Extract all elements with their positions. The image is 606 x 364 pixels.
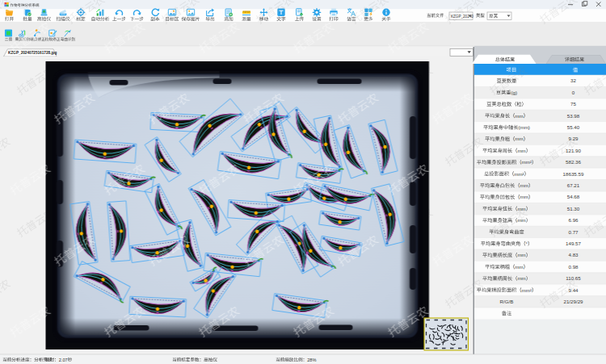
svg-text:mm: mm — [517, 252, 525, 257]
svg-text:mm: mm — [517, 148, 525, 153]
svg-text:21/29/29: 21/29/29 — [563, 299, 583, 304]
svg-text:75: 75 — [570, 101, 576, 107]
svg-text:mm²: mm² — [514, 171, 524, 177]
svg-text:0.77: 0.77 — [568, 229, 579, 235]
svg-text:67.21: 67.21 — [567, 182, 580, 188]
svg-text:28%: 28% — [307, 358, 316, 362]
svg-text:2.07: 2.07 — [59, 358, 68, 362]
svg-text:4.83: 4.83 — [568, 252, 579, 257]
svg-text:mm: mm — [515, 113, 523, 119]
svg-text:32: 32 — [570, 77, 576, 83]
svg-text:R/G/B: R/G/B — [500, 299, 514, 304]
svg-text:mm: mm — [515, 264, 523, 270]
svg-text:51.30: 51.30 — [567, 206, 580, 211]
svg-text:18635.59: 18635.59 — [563, 171, 584, 177]
svg-text:mm: mm — [520, 182, 528, 188]
svg-text:55.40: 55.40 — [567, 124, 580, 130]
svg-text:582.36: 582.36 — [566, 159, 581, 165]
svg-text:mm²: mm² — [522, 287, 532, 293]
svg-text:0.98: 0.98 — [568, 264, 579, 270]
svg-text:mm: mm — [515, 136, 523, 141]
svg-text:mm: mm — [517, 275, 525, 281]
svg-text:149.57: 149.57 — [566, 241, 581, 246]
svg-text:53.98: 53.98 — [567, 113, 580, 119]
svg-text:mm²: mm² — [522, 159, 532, 165]
svg-text:(mm): (mm) — [519, 124, 530, 130]
svg-text:6.96: 6.96 — [568, 217, 579, 223]
svg-text:0: 0 — [572, 90, 575, 95]
svg-text:54.68: 54.68 — [567, 194, 580, 199]
svg-text:(g): (g) — [511, 90, 518, 95]
svg-text:mm: mm — [520, 194, 528, 199]
